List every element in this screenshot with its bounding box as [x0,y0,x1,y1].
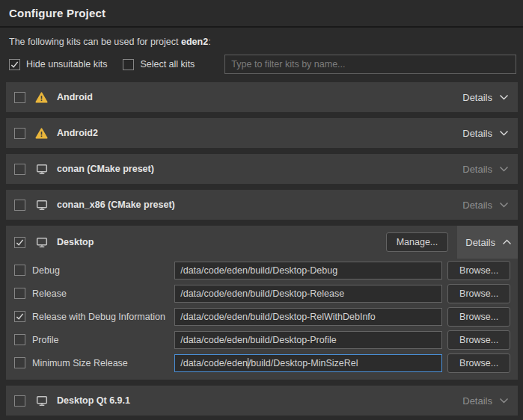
warning-icon [35,128,48,139]
desktop-icon [35,200,48,211]
manage-button[interactable]: Manage... [386,232,449,252]
kit-row-desktop-qt-691: Desktop Qt 6.9.1 Details [6,386,518,416]
configure-project-page: Configure Project The following kits can… [0,0,523,420]
kit-filter-input[interactable] [224,55,516,74]
config-label: Release [32,288,174,299]
build-config-row-minsizerel: Minimum Size Release /data/code/eden/bui… [6,351,518,374]
kit-row-conan-x86: conan_x86 (CMake preset) Details [6,190,518,220]
build-config-row-release: Release Browse... [6,282,518,305]
path-text-after-cursor: /build/Desktop-MinSizeRel [248,358,358,368]
details-button[interactable]: Details [461,395,510,407]
desktop-icon [35,237,48,248]
select-all-checkbox[interactable] [123,59,134,70]
details-button[interactable]: Details [461,164,510,175]
config-checkbox[interactable] [14,357,25,368]
checkmark-icon [16,312,24,321]
kit-name: Desktop [57,237,94,247]
config-checkbox[interactable] [14,265,25,276]
filter-bar: Hide unsuitable kits Select all kits [9,55,516,74]
config-label: Release with Debug Information [32,312,174,322]
kit-row-desktop: Desktop Manage... Details [6,226,518,259]
browse-button[interactable]: Browse... [447,284,510,303]
config-label: Minimum Size Release [32,358,174,368]
details-label: Details [462,128,492,139]
kits-hint-suffix: : [208,37,210,47]
build-config-row-profile: Profile Browse... [6,328,518,351]
warning-icon [35,92,48,103]
config-label: Debug [32,265,174,276]
config-checkbox[interactable] [14,311,25,322]
kit-checkbox[interactable] [14,128,25,139]
chevron-up-icon [502,239,512,245]
page-header: Configure Project [0,0,523,28]
kit-checkbox[interactable] [14,92,25,103]
hide-unsuitable-label: Hide unsuitable kits [26,59,107,70]
desktop-icon [35,164,48,175]
details-button[interactable]: Details [461,200,510,211]
kit-checkbox[interactable] [14,395,25,407]
kit-checkbox[interactable] [14,237,25,248]
kit-checkbox[interactable] [14,164,25,175]
project-name: eden2 [181,37,208,47]
details-button[interactable]: Details [461,128,510,139]
build-config-row-relwithdebinfo: Release with Debug Information Browse... [6,305,518,328]
build-dir-input[interactable] [174,331,442,349]
build-dir-input-focused[interactable]: /data/code/eden/build/Desktop-MinSizeRel [174,354,442,372]
kit-row-conan: conan (CMake preset) Details [6,154,518,184]
details-label: Details [462,200,492,211]
kit-list: Android Details Android2 Details [6,82,518,416]
chevron-down-icon [499,398,509,404]
chevron-down-icon [499,166,509,172]
kit-name: conan (CMake preset) [57,164,154,174]
details-button[interactable]: Details [461,92,510,103]
details-label: Details [462,395,492,407]
config-checkbox[interactable] [14,334,25,345]
config-checkbox[interactable] [14,288,25,299]
details-button-expanded[interactable]: Details [457,226,518,259]
checkmark-icon [16,238,24,247]
hide-unsuitable-checkbox[interactable] [9,59,20,70]
kits-hint-text: The following kits can be used for proje… [0,28,523,47]
details-label: Details [465,237,495,248]
kit-checkbox[interactable] [14,200,25,211]
kit-row-android: Android Details [6,82,518,112]
build-config-row-debug: Debug Browse... [6,259,518,282]
browse-button[interactable]: Browse... [447,307,510,327]
chevron-down-icon [499,94,509,100]
path-text-before-cursor: /data/code/eden [180,358,248,368]
checkmark-icon [10,61,19,69]
browse-button[interactable]: Browse... [447,353,510,373]
build-dir-input[interactable] [174,285,442,303]
browse-button[interactable]: Browse... [447,330,510,350]
kits-hint-prefix: The following kits can be used for proje… [9,37,181,47]
kit-name: Desktop Qt 6.9.1 [57,395,130,406]
details-label: Details [462,164,492,175]
build-dir-input[interactable] [174,308,442,326]
kit-name: Android [57,92,93,102]
details-label: Details [462,92,492,103]
kit-panel-desktop: Desktop Manage... Details Debug Browse..… [6,226,518,380]
hide-unsuitable-kits-option[interactable]: Hide unsuitable kits [9,59,107,70]
kit-name: Android2 [57,128,98,138]
browse-button[interactable]: Browse... [447,261,510,280]
kit-name: conan_x86 (CMake preset) [57,200,175,210]
chevron-down-icon [499,202,509,208]
select-all-kits-option[interactable]: Select all kits [123,59,195,70]
page-title: Configure Project [9,7,514,19]
build-dir-input[interactable] [174,262,442,280]
config-label: Profile [32,335,174,345]
select-all-label: Select all kits [140,59,195,70]
chevron-down-icon [499,130,509,136]
desktop-icon [35,395,48,407]
kit-row-android2: Android2 Details [6,118,518,148]
